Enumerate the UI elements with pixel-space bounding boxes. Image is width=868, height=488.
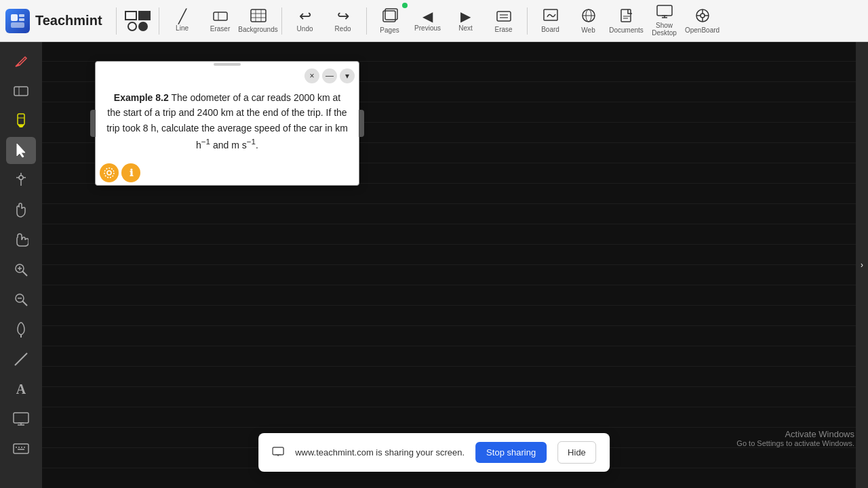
svg-rect-23 — [657, 5, 672, 16]
svg-rect-20 — [621, 9, 631, 22]
svg-rect-56 — [14, 444, 28, 453]
sidebar-dropper-tool[interactable] — [6, 316, 36, 343]
notification-bar: www.teachmint.com is sharing your screen… — [258, 433, 610, 472]
board-btn[interactable]: Board — [533, 3, 568, 39]
sidebar-line-draw-tool[interactable] — [6, 346, 36, 373]
sidebar-eraser-tool[interactable] — [6, 77, 36, 104]
sidebar-pan-tool[interactable] — [6, 226, 36, 253]
eraser-tool-btn[interactable]: Eraser — [203, 3, 238, 39]
rect-outline — [125, 11, 137, 20]
top-toolbar: Teachmint ╱ Line Eraser Backgrounds — [0, 0, 868, 42]
backgrounds-icon — [250, 9, 267, 24]
line-tool-btn[interactable]: ╱ Line — [165, 3, 200, 39]
web-btn[interactable]: Web — [571, 3, 606, 39]
sidebar-highlighter-tool[interactable] — [6, 107, 36, 134]
undo-label: Undo — [297, 25, 313, 33]
circle-filled — [138, 22, 148, 31]
card-content: Example 8.2 The odometer of a car reads … — [96, 85, 359, 161]
line-label: Line — [176, 24, 189, 32]
sidebar-zoom-out-tool[interactable] — [6, 286, 36, 313]
redo-label: Redo — [335, 25, 351, 33]
previous-icon: ◀ — [422, 9, 433, 23]
undo-btn[interactable]: ↩ Undo — [288, 3, 323, 39]
sidebar-hand-tool[interactable] — [6, 197, 36, 224]
svg-rect-3 — [11, 22, 24, 28]
redo-icon: ↪ — [337, 9, 349, 24]
activate-windows-line1: Activate Windows — [736, 429, 854, 439]
erase-icon — [496, 9, 511, 24]
openboard-icon — [695, 8, 710, 25]
sidebar-zoom-in-tool[interactable] — [6, 256, 36, 283]
next-icon: ▶ — [460, 9, 471, 23]
logo-text: Teachmint — [35, 13, 102, 28]
openboard-btn[interactable]: OpenBoard — [685, 3, 720, 39]
toolbar-divider-1 — [116, 7, 117, 35]
card-drag-handle[interactable] — [96, 62, 359, 67]
pages-label: Pages — [380, 26, 399, 34]
sidebar-laser-tool[interactable] — [6, 167, 36, 194]
left-sidebar: A — [0, 42, 42, 488]
undo-icon: ↩ — [299, 9, 311, 24]
backgrounds-btn[interactable]: Backgrounds — [241, 3, 276, 39]
svg-rect-64 — [273, 447, 283, 455]
card-dropdown-btn[interactable]: ▾ — [340, 68, 355, 83]
toolbar-divider-5 — [527, 7, 528, 35]
right-sidebar: › — [856, 42, 868, 488]
erase-btn[interactable]: Erase — [486, 3, 521, 39]
web-label: Web — [581, 26, 595, 34]
card-settings-btn[interactable] — [100, 163, 119, 182]
card-drag-dots — [214, 63, 241, 66]
next-label: Next — [458, 24, 473, 32]
svg-point-28 — [701, 14, 705, 18]
shape-tools[interactable] — [122, 3, 153, 39]
show-desktop-icon — [656, 5, 673, 20]
card-resize-right[interactable] — [359, 110, 364, 137]
documents-icon — [619, 8, 634, 25]
svg-line-44 — [22, 271, 27, 276]
toolbar-divider-4 — [366, 7, 367, 35]
right-sidebar-toggle[interactable]: › — [861, 260, 863, 270]
previous-label: Previous — [414, 24, 441, 32]
hide-btn[interactable]: Hide — [557, 441, 596, 464]
card-topbar: × — ▾ — [96, 67, 359, 85]
svg-rect-35 — [18, 114, 24, 125]
svg-rect-6 — [251, 9, 266, 22]
eraser-icon — [213, 9, 228, 24]
rect-filled — [138, 11, 151, 20]
documents-label: Documents — [609, 26, 644, 34]
svg-rect-2 — [19, 18, 24, 21]
example-title: Example 8.2 — [114, 92, 169, 103]
svg-rect-52 — [14, 413, 28, 423]
toolbar-divider-2 — [159, 7, 159, 35]
activate-windows-watermark: Activate Windows Go to Settings to activ… — [736, 429, 854, 447]
documents-btn[interactable]: Documents — [609, 3, 644, 39]
redo-btn[interactable]: ↪ Redo — [326, 3, 361, 39]
floating-card: × — ▾ Example 8.2 The odometer of a car … — [95, 61, 359, 186]
screen-share-icon — [272, 447, 284, 459]
sidebar-screen-tool[interactable] — [6, 405, 36, 432]
board-label: Board — [541, 26, 559, 33]
sidebar-text-tool[interactable]: A — [6, 375, 36, 403]
card-close-btn[interactable]: × — [304, 68, 319, 83]
card-bottombar: ℹ — [96, 161, 359, 185]
card-info-btn[interactable]: ℹ — [121, 163, 140, 182]
sidebar-pen-tool[interactable] — [6, 47, 36, 75]
card-resize-left[interactable] — [90, 110, 96, 137]
sidebar-select-tool[interactable] — [6, 137, 36, 164]
pages-btn[interactable]: Pages — [372, 3, 408, 39]
card-minimize-btn[interactable]: — — [322, 68, 337, 83]
stop-sharing-btn[interactable]: Stop sharing — [475, 442, 547, 463]
show-desktop-btn[interactable]: Show Desktop — [647, 3, 682, 39]
svg-rect-0 — [11, 14, 18, 21]
sidebar-keyboard-tool[interactable] — [6, 435, 36, 462]
svg-point-62 — [107, 171, 111, 175]
previous-btn[interactable]: ◀ Previous — [410, 3, 446, 39]
openboard-label: OpenBoard — [685, 26, 719, 34]
svg-point-38 — [19, 176, 23, 180]
toolbar-divider-3 — [281, 7, 282, 35]
show-desktop-label: Show Desktop — [647, 22, 682, 37]
svg-rect-1 — [19, 14, 24, 17]
svg-rect-33 — [14, 87, 28, 96]
next-btn[interactable]: ▶ Next — [448, 3, 484, 39]
shape-group — [125, 11, 151, 31]
